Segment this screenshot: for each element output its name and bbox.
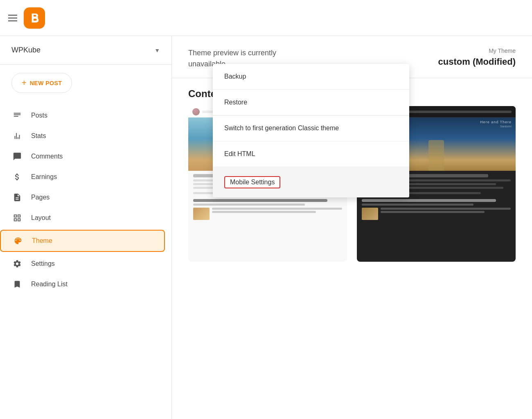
sidebar-item-posts[interactable]: Posts	[0, 105, 165, 126]
sidebar-item-layout[interactable]: Layout	[0, 208, 165, 228]
earnings-label: Earnings	[31, 173, 57, 181]
sidebar-item-settings[interactable]: Settings	[0, 254, 165, 274]
sidebar: WPKube ▼ + NEW POST Posts Stats	[0, 36, 172, 419]
pages-icon	[11, 193, 23, 202]
theme-label: Theme	[32, 237, 52, 245]
blog-name: WPKube	[11, 46, 150, 54]
top-bar	[0, 0, 532, 36]
dropdown-menu: Backup Restore Switch to first generatio…	[213, 64, 409, 197]
stats-icon	[11, 131, 23, 140]
reading-list-icon	[11, 280, 23, 289]
sidebar-item-reading-list[interactable]: Reading List	[0, 274, 165, 294]
settings-icon	[11, 259, 23, 268]
posts-label: Posts	[31, 112, 47, 119]
sidebar-nav: Posts Stats Comments Earni	[0, 101, 171, 299]
edit-html-label: Edit HTML	[224, 150, 255, 157]
comments-label: Comments	[31, 153, 63, 160]
layout-label: Layout	[31, 214, 51, 222]
posts-icon	[11, 111, 23, 120]
mobile-settings-label: Mobile Settings	[224, 176, 280, 188]
reading-list-label: Reading List	[31, 281, 68, 288]
sidebar-item-stats[interactable]: Stats	[0, 126, 165, 146]
dropdown-item-edit-html[interactable]: Edit HTML	[213, 141, 409, 167]
backup-label: Backup	[224, 73, 246, 80]
switch-classic-label: Switch to first generation Classic theme	[224, 125, 339, 131]
earnings-icon	[11, 172, 23, 181]
sidebar-item-pages[interactable]: Pages	[0, 187, 165, 208]
plus-icon: +	[22, 78, 27, 88]
comments-icon	[11, 152, 23, 161]
stats-label: Stats	[31, 132, 46, 140]
my-theme-value: custom (Modified)	[438, 57, 516, 67]
content-area: Theme preview is currently unavailable. …	[172, 36, 532, 419]
dropdown-item-mobile-settings[interactable]: Mobile Settings	[213, 167, 409, 197]
layout-icon	[11, 213, 23, 222]
blogger-logo	[24, 7, 45, 29]
new-post-label: NEW POST	[30, 80, 62, 86]
sidebar-item-earnings[interactable]: Earnings	[0, 167, 165, 187]
dropdown-item-switch-classic[interactable]: Switch to first generation Classic theme	[213, 116, 409, 141]
sidebar-item-comments[interactable]: Comments	[0, 146, 165, 167]
sidebar-item-theme[interactable]: Theme	[0, 230, 165, 252]
theme-icon	[12, 236, 24, 245]
pages-label: Pages	[31, 194, 50, 201]
hamburger-button[interactable]	[8, 15, 17, 21]
settings-label: Settings	[31, 260, 55, 267]
dropdown-item-backup[interactable]: Backup	[213, 64, 409, 90]
restore-label: Restore	[224, 99, 247, 106]
main-layout: WPKube ▼ + NEW POST Posts Stats	[0, 36, 532, 419]
dropdown-item-restore[interactable]: Restore	[213, 90, 409, 116]
my-theme-section: My Theme custom (Modified)	[438, 48, 516, 67]
new-post-button[interactable]: + NEW POST	[11, 73, 72, 93]
my-theme-label: My Theme	[438, 48, 516, 54]
chevron-down-icon[interactable]: ▼	[154, 47, 160, 54]
sidebar-header: WPKube ▼	[0, 36, 171, 65]
